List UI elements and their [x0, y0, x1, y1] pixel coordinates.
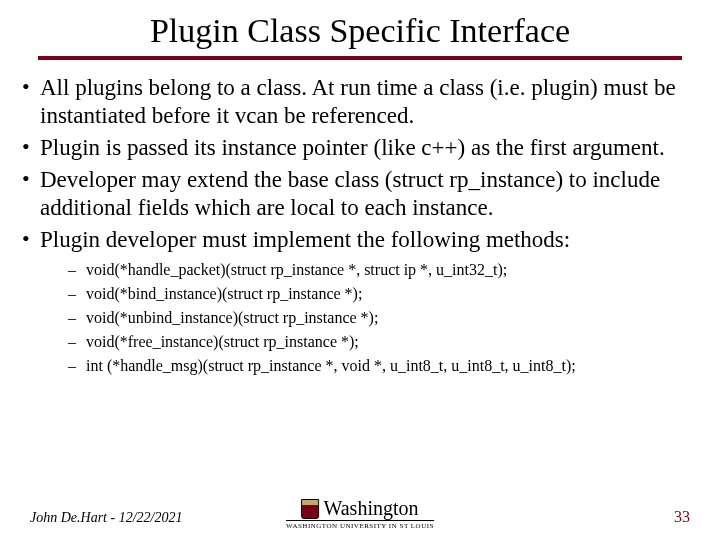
footer-logo: Washington WASHINGTON UNIVERSITY IN ST L… [286, 497, 434, 530]
slide-body: All plugins belong to a class. At run ti… [0, 74, 720, 378]
logo-sub-text: WASHINGTON UNIVERSITY IN ST LOUIS [286, 520, 434, 530]
method-item: void(*bind_instance)(struct rp_instance … [68, 282, 702, 306]
method-item: void(*handle_packet)(struct rp_instance … [68, 258, 702, 282]
title-rule [38, 56, 682, 60]
method-item: int (*handle_msg)(struct rp_instance *, … [68, 354, 702, 378]
page-number: 33 [674, 508, 690, 526]
bullet-text: Plugin developer must implement the foll… [40, 227, 570, 252]
method-item: void(*free_instance)(struct rp_instance … [68, 330, 702, 354]
logo-line: Washington [286, 497, 434, 520]
slide-title: Plugin Class Specific Interface [0, 0, 720, 56]
slide: Plugin Class Specific Interface All plug… [0, 0, 720, 540]
bullet-item: Plugin is passed its instance pointer (l… [18, 134, 702, 162]
method-item: void(*unbind_instance)(struct rp_instanc… [68, 306, 702, 330]
bullet-item: All plugins belong to a class. At run ti… [18, 74, 702, 130]
bullet-list: All plugins belong to a class. At run ti… [18, 74, 702, 378]
footer: John De.Hart - 12/22/2021 Washington WAS… [0, 490, 720, 530]
footer-author-date: John De.Hart - 12/22/2021 [30, 510, 182, 526]
logo-main-text: Washington [323, 497, 418, 520]
bullet-item: Developer may extend the base class (str… [18, 166, 702, 222]
method-list: void(*handle_packet)(struct rp_instance … [40, 258, 702, 378]
shield-icon [301, 499, 319, 519]
bullet-item: Plugin developer must implement the foll… [18, 226, 702, 378]
